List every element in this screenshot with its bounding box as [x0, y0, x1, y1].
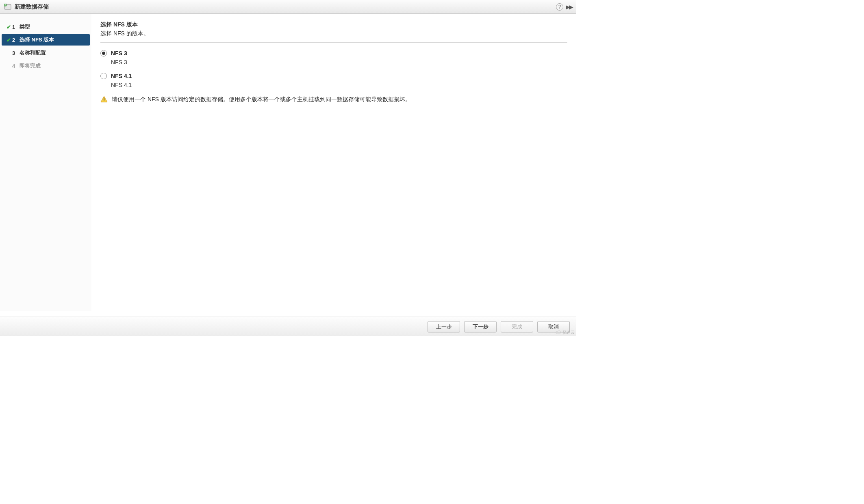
check-icon: ✔: [5, 37, 12, 43]
watermark: 亿速云: [556, 330, 575, 335]
wizard-content: 选择 NFS 版本 选择 NFS 的版本。 NFS 3 NFS 3 NFS 4.…: [91, 14, 576, 311]
svg-rect-2: [5, 7, 10, 7]
wizard-step-ready: 4 即将完成: [2, 60, 90, 72]
svg-rect-6: [104, 100, 104, 101]
finish-button: 完成: [501, 321, 533, 332]
check-icon: ✔: [5, 24, 12, 30]
step-number: 3: [12, 50, 18, 56]
step-label: 名称和配置: [20, 49, 46, 56]
help-icon[interactable]: ?: [556, 3, 563, 11]
content-title: 选择 NFS 版本: [100, 21, 567, 28]
radio-option-nfs41[interactable]: NFS 4.1 NFS 4.1: [100, 73, 567, 88]
wizard-step-type[interactable]: ✔ 1 类型: [2, 21, 90, 33]
radio-description: NFS 4.1: [111, 82, 567, 88]
watermark-text: 亿速云: [562, 330, 575, 335]
next-button[interactable]: 下一步: [464, 321, 497, 332]
nfs-version-radio-group: NFS 3 NFS 3 NFS 4.1 NFS 4.1: [100, 50, 567, 88]
radio-icon[interactable]: [100, 50, 107, 56]
warning-message: 请仅使用一个 NFS 版本访问给定的数据存储。使用多个版本将一个或多个主机挂载到…: [100, 96, 567, 104]
radio-option-nfs3[interactable]: NFS 3 NFS 3: [100, 50, 567, 65]
radio-label: NFS 3: [111, 50, 127, 56]
radio-icon[interactable]: [100, 73, 107, 79]
wizard-step-nfs-version[interactable]: ✔ 2 选择 NFS 版本: [2, 34, 90, 46]
warning-text: 请仅使用一个 NFS 版本访问给定的数据存储。使用多个版本将一个或多个主机挂载到…: [112, 96, 411, 104]
svg-rect-3: [5, 8, 10, 8]
datastore-icon: [4, 4, 11, 10]
radio-label: NFS 4.1: [111, 73, 132, 79]
wizard-footer: 上一步 下一步 完成 取消: [0, 317, 576, 336]
step-number: 4: [12, 63, 18, 69]
expand-icon[interactable]: ▶▶: [566, 4, 572, 10]
title-bar: 新建数据存储 ? ▶▶: [0, 0, 576, 14]
cloud-icon: [556, 330, 561, 335]
step-label: 选择 NFS 版本: [20, 36, 54, 43]
radio-description: NFS 3: [111, 59, 567, 65]
dialog-title: 新建数据存储: [15, 3, 556, 11]
divider: [100, 42, 567, 43]
content-subtitle: 选择 NFS 的版本。: [100, 30, 567, 37]
wizard-sidebar: ✔ 1 类型 ✔ 2 选择 NFS 版本 3 名称和配置 4 即将完成: [0, 14, 91, 311]
svg-rect-5: [104, 98, 104, 100]
back-button[interactable]: 上一步: [428, 321, 460, 332]
step-label: 即将完成: [20, 62, 41, 70]
step-number: 2: [12, 37, 18, 43]
step-label: 类型: [20, 23, 30, 30]
warning-icon: [100, 96, 108, 102]
wizard-step-name-config[interactable]: 3 名称和配置: [2, 47, 90, 59]
step-number: 1: [12, 24, 18, 30]
